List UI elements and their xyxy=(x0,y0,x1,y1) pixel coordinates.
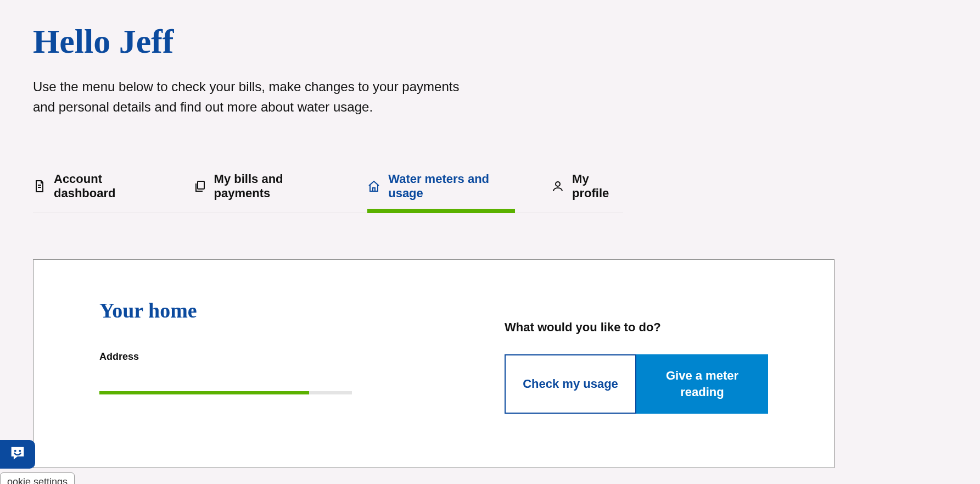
give-meter-reading-button[interactable]: Give a meter reading xyxy=(636,354,768,414)
card-title: Your home xyxy=(99,298,407,322)
cookie-settings-tab[interactable]: ookie settings xyxy=(0,472,75,484)
address-progress-fill xyxy=(99,391,309,394)
svg-point-3 xyxy=(556,182,560,186)
tab-label: Account dashboard xyxy=(54,172,157,201)
tab-label: My bills and payments xyxy=(214,172,332,201)
chat-widget-button[interactable] xyxy=(0,440,35,469)
tab-label: Water meters and usage xyxy=(388,172,515,201)
address-progress-bar xyxy=(99,391,352,394)
chat-smile-icon xyxy=(8,444,27,465)
main-tab-nav: Account dashboard My bills and payments … xyxy=(33,172,623,213)
copy-icon xyxy=(193,180,206,193)
tab-water-meters[interactable]: Water meters and usage xyxy=(367,172,515,213)
tab-label: My profile xyxy=(572,172,623,201)
check-my-usage-button[interactable]: Check my usage xyxy=(505,354,636,414)
home-icon xyxy=(367,180,380,193)
svg-point-5 xyxy=(19,450,21,452)
address-label: Address xyxy=(99,351,407,363)
page-intro-text: Use the menu below to check your bills, … xyxy=(33,76,461,117)
person-icon xyxy=(551,180,564,193)
button-label: Give a meter reading xyxy=(648,368,756,402)
tab-my-bills[interactable]: My bills and payments xyxy=(193,172,332,213)
action-prompt: What would you like to do? xyxy=(505,320,768,335)
document-icon xyxy=(33,180,46,193)
svg-point-4 xyxy=(14,450,16,452)
tab-account-dashboard[interactable]: Account dashboard xyxy=(33,172,157,213)
button-label: Check my usage xyxy=(523,376,618,393)
cookie-settings-label: ookie settings xyxy=(7,476,68,484)
svg-rect-2 xyxy=(198,181,204,189)
tab-my-profile[interactable]: My profile xyxy=(551,172,623,213)
your-home-card: Your home Address What would you like to… xyxy=(33,259,835,468)
page-greeting: Hello Jeff xyxy=(33,22,947,61)
